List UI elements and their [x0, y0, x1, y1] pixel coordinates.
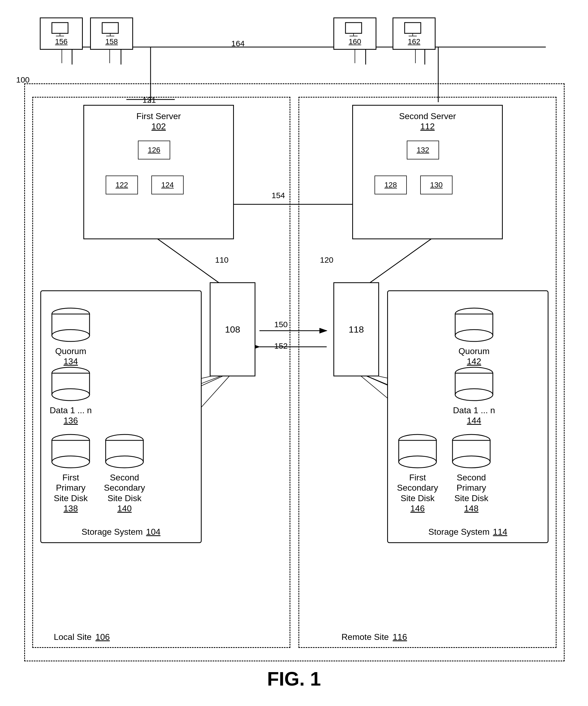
svg-point-53	[52, 456, 89, 468]
second-server-box: Second Server 112 132 128 130	[352, 105, 503, 239]
node-132-label: 132	[417, 146, 429, 154]
node-156: 156	[40, 17, 83, 50]
local-site-ref: 106	[95, 632, 110, 642]
data1n-136: Data 1 ... n 136	[49, 366, 92, 426]
disk-140-label: Second Secondary Site Disk	[103, 472, 146, 503]
node-122-box: 122	[106, 175, 138, 194]
data1n-136-label: Data 1 ... n	[49, 405, 92, 416]
svg-rect-42	[405, 23, 421, 33]
node-108-label: 108	[225, 324, 240, 335]
ref-150: 150	[274, 320, 288, 329]
quorum-142-label: Quorum	[453, 346, 496, 356]
ref-100: 100	[16, 75, 30, 84]
storage-system-2-label: Storage System	[428, 527, 489, 537]
data1n-136-ref: 136	[49, 416, 92, 426]
svg-rect-33	[52, 23, 68, 33]
storage-system-2-ref: 114	[493, 527, 507, 537]
node-108-box: 108	[210, 282, 256, 377]
svg-point-68	[453, 456, 490, 468]
svg-point-59	[455, 329, 493, 342]
node-128-box: 128	[375, 175, 407, 194]
node-124-box: 124	[151, 175, 184, 194]
disk-138-label: First Primary Site Disk	[49, 472, 92, 503]
local-site-label: Local Site	[54, 632, 92, 642]
first-server-label: First Server	[136, 111, 181, 121]
fig-label: FIG. 1	[267, 668, 321, 690]
disk-138-ref: 138	[49, 503, 92, 513]
node-160: 160	[334, 17, 377, 50]
node-130-box: 130	[420, 175, 453, 194]
node-158: 158	[90, 17, 133, 50]
quorum-134-label: Quorum	[49, 346, 92, 356]
node-118-box: 118	[334, 282, 379, 377]
svg-point-56	[106, 456, 143, 468]
svg-rect-39	[346, 23, 362, 33]
svg-point-62	[455, 389, 493, 401]
node-130-label: 130	[430, 181, 443, 189]
quorum-134: Quorum 134	[49, 307, 92, 367]
second-server-ref: 112	[399, 121, 456, 131]
disk-148: Second Primary Site Disk 148	[450, 434, 493, 514]
data1n-144: Data 1 ... n 144	[453, 366, 496, 426]
node-162-label: 162	[408, 37, 421, 46]
node-122-label: 122	[116, 181, 128, 189]
svg-rect-36	[102, 23, 118, 33]
storage-system-104: Storage System 104 Quorum 134 Data 1 ...…	[40, 290, 202, 543]
data1n-144-ref: 144	[453, 416, 496, 426]
disk-146-ref: 146	[396, 503, 439, 513]
quorum-142: Quorum 142	[453, 307, 496, 367]
storage-system-114: Storage System 114 Quorum 142 Data 1 ...…	[387, 290, 548, 543]
node-160-label: 160	[349, 37, 361, 46]
node-156-label: 156	[55, 37, 68, 46]
first-server-ref: 102	[136, 121, 181, 131]
disk-138: First Primary Site Disk 138	[49, 434, 92, 514]
quorum-142-ref: 142	[453, 356, 496, 366]
second-server-label: Second Server	[399, 111, 456, 121]
svg-point-50	[52, 389, 89, 401]
quorum-134-ref: 134	[49, 356, 92, 366]
node-132-box: 132	[407, 141, 439, 159]
storage-system-1-label: Storage System	[81, 527, 143, 537]
node-158-label: 158	[105, 37, 118, 46]
svg-point-47	[52, 329, 89, 342]
disk-146: First Secondary Site Disk 146	[396, 434, 439, 514]
disk-146-label: First Secondary Site Disk	[396, 472, 439, 503]
ref-110: 110	[215, 256, 229, 265]
disk-140: Second Secondary Site Disk 140	[103, 434, 146, 514]
ref-164: 164	[231, 39, 245, 48]
node-126-label: 126	[148, 146, 160, 154]
storage-system-1-ref: 104	[146, 527, 160, 537]
local-site-label-container: Local Site 106	[54, 632, 110, 642]
node-118-label: 118	[349, 324, 364, 335]
remote-site-label: Remote Site	[342, 632, 389, 642]
ref-120: 120	[320, 256, 334, 265]
data1n-144-label: Data 1 ... n	[453, 405, 496, 416]
svg-point-65	[399, 456, 436, 468]
node-124-label: 124	[161, 181, 174, 189]
node-162: 162	[393, 17, 436, 50]
disk-140-ref: 140	[103, 503, 146, 513]
first-server-box: First Server 102 126 122 124	[83, 105, 234, 239]
disk-148-ref: 148	[450, 503, 493, 513]
ref-152: 152	[274, 342, 288, 351]
diagram-container: 100 156 158 160 162 164 First Server 102…	[0, 0, 588, 706]
node-128-label: 128	[385, 181, 397, 189]
ref-154: 154	[272, 191, 285, 200]
ref-121: 121	[143, 95, 156, 105]
remote-site-ref: 116	[393, 632, 407, 642]
remote-site-label-container: Remote Site 116	[342, 632, 407, 642]
node-126-box: 126	[138, 141, 170, 159]
disk-148-label: Second Primary Site Disk	[450, 472, 493, 503]
